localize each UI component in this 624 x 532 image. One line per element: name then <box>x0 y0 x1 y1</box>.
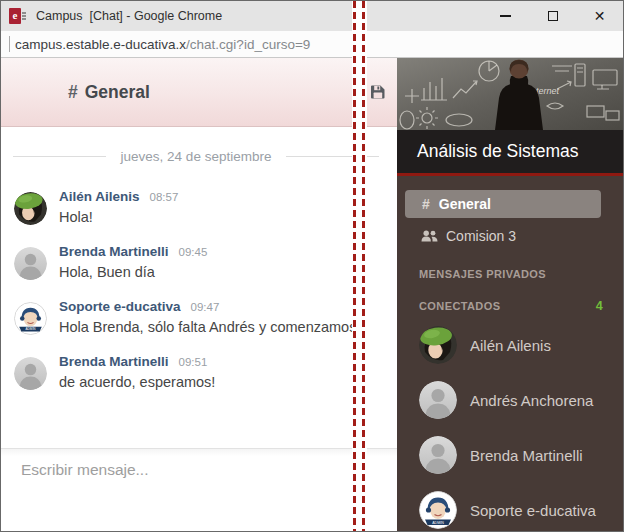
hash-icon: # <box>422 196 430 212</box>
message-text: Hola, Buen día <box>59 264 207 280</box>
favicon-letter: e <box>9 8 21 24</box>
message-time: 09:45 <box>179 246 208 258</box>
channel-label: Comision 3 <box>446 228 516 244</box>
message-text: de acuerdo, esperamos! <box>59 374 215 390</box>
date-divider: jueves, 24 de septiembre <box>13 149 379 164</box>
avatar-generic-user <box>14 357 47 390</box>
avatar-generic-user <box>419 436 457 474</box>
section-connected: CONECTADOS 4 <box>419 299 603 313</box>
admin-badge-text: ADMIN <box>432 521 444 525</box>
text-caret <box>9 36 10 52</box>
user-name: Ailén Ailenis <box>470 337 551 354</box>
url-text[interactable]: campus.estable.e-ducativa.x/chat.cgi?id_… <box>15 37 310 52</box>
hash-icon: # <box>68 82 78 102</box>
titlebar: e Campus [Chat] - Google Chrome ✕ <box>1 1 623 31</box>
url-domain: campus.estable.e-ducativa.x <box>15 37 186 52</box>
dashed-line-left <box>353 1 356 532</box>
content-area: #General jueves, 24 de septiembre <box>1 58 623 531</box>
people-icon <box>421 230 438 243</box>
chat-message: Ailén Ailenis 08:57 Hola! <box>14 189 397 225</box>
message-meta: Brenda Martinelli 09:51 <box>59 354 215 369</box>
avatar-woman-green-beret <box>419 326 457 364</box>
e-ducativa-favicon: e <box>9 8 26 25</box>
avatar-woman-green-beret <box>14 192 47 225</box>
browser-window: e Campus [Chat] - Google Chrome ✕ campus… <box>0 0 624 532</box>
message-meta: Brenda Martinelli 09:45 <box>59 244 207 259</box>
course-cover-image: internet <box>397 58 623 130</box>
window-title: Campus [Chat] - Google Chrome <box>36 9 222 23</box>
divider-line <box>13 156 106 157</box>
user-ailen-ailenis[interactable]: Ailén Ailenis <box>419 326 623 364</box>
message-body: Soporte e-ducativa 09:47 Hola Brenda, só… <box>59 299 356 335</box>
section-label: MENSAJES PRIVADOS <box>419 268 546 280</box>
message-author[interactable]: Soporte e-ducativa <box>59 299 181 314</box>
url-path: /chat.cgi?id_curso=9 <box>186 37 310 52</box>
favicon-marks <box>22 8 26 25</box>
dashed-line-right <box>362 1 365 532</box>
message-time: 08:57 <box>150 191 179 203</box>
user-brenda-martinelli[interactable]: Brenda Martinelli <box>419 436 623 474</box>
chat-message: ADMIN Soporte e-ducativa 09:47 Hola Bren… <box>14 299 397 335</box>
message-text: Hola! <box>59 209 178 225</box>
channel-nav: # General Comision 3 MENS <box>397 176 623 532</box>
connected-count-badge: 4 <box>596 299 603 313</box>
channel-general[interactable]: # General <box>405 190 601 218</box>
channel-label: General <box>439 196 491 212</box>
date-label: jueves, 24 de septiembre <box>121 149 272 164</box>
floppy-disk-icon <box>370 84 386 100</box>
message-meta: Soporte e-ducativa 09:47 <box>59 299 356 314</box>
chat-message: Brenda Martinelli 09:51 de acuerdo, espe… <box>14 354 397 390</box>
channel-title: #General <box>68 82 150 103</box>
message-time: 09:47 <box>191 301 220 313</box>
connected-users-list: Ailén Ailenis Andrés Anchorena <box>397 326 623 529</box>
avatar-generic-user <box>419 381 457 419</box>
section-private-messages[interactable]: MENSAJES PRIVADOS <box>419 268 603 280</box>
maximize-icon <box>548 11 558 21</box>
address-bar[interactable]: campus.estable.e-ducativa.x/chat.cgi?id_… <box>1 31 623 58</box>
admin-badge-text: ADMIN <box>25 327 35 331</box>
message-composer <box>1 448 397 531</box>
user-name: Soporte e-ducativa <box>470 502 596 519</box>
message-author[interactable]: Ailén Ailenis <box>59 189 140 204</box>
message-list: jueves, 24 de septiembre <box>1 127 397 448</box>
chat-panel: #General jueves, 24 de septiembre <box>1 58 397 531</box>
red-dashed-annotation <box>352 1 367 532</box>
message-author[interactable]: Brenda Martinelli <box>59 244 169 259</box>
course-title: Análisis de Sistemas <box>397 130 623 176</box>
avatar-admin-mascot: ADMIN <box>14 302 47 335</box>
minimize-icon <box>500 15 511 17</box>
user-soporte-e-ducativa[interactable]: ADMIN Soporte e-ducativa <box>419 491 623 529</box>
avatar-admin-mascot: ADMIN <box>419 491 457 529</box>
user-name: Andrés Anchorena <box>470 392 593 409</box>
message-input[interactable] <box>21 461 351 479</box>
user-name: Brenda Martinelli <box>470 447 583 464</box>
avatar-generic-user <box>14 247 47 280</box>
maximize-button[interactable] <box>529 1 576 31</box>
message-text: Hola Brenda, sólo falta Andrés y comenza… <box>59 319 356 335</box>
close-button[interactable]: ✕ <box>576 1 623 31</box>
close-icon: ✕ <box>594 8 606 24</box>
message-author[interactable]: Brenda Martinelli <box>59 354 169 369</box>
message-body: Ailén Ailenis 08:57 Hola! <box>59 189 178 225</box>
section-label: CONECTADOS <box>419 300 500 312</box>
chat-header: #General <box>1 58 397 127</box>
chat-message: Brenda Martinelli 09:45 Hola, Buen día <box>14 244 397 280</box>
message-meta: Ailén Ailenis 08:57 <box>59 189 178 204</box>
message-body: Brenda Martinelli 09:45 Hola, Buen día <box>59 244 207 280</box>
user-andres-anchorena[interactable]: Andrés Anchorena <box>419 381 623 419</box>
save-chat-button[interactable] <box>370 84 386 100</box>
window-controls: ✕ <box>482 1 623 31</box>
channel-title-label: General <box>85 82 150 102</box>
message-time: 09:51 <box>179 356 208 368</box>
message-body: Brenda Martinelli 09:51 de acuerdo, espe… <box>59 354 215 390</box>
channel-comision-3[interactable]: Comision 3 <box>405 222 601 250</box>
minimize-button[interactable] <box>482 1 529 31</box>
course-sidebar: internet Análisis de Sistemas # General <box>397 58 623 531</box>
